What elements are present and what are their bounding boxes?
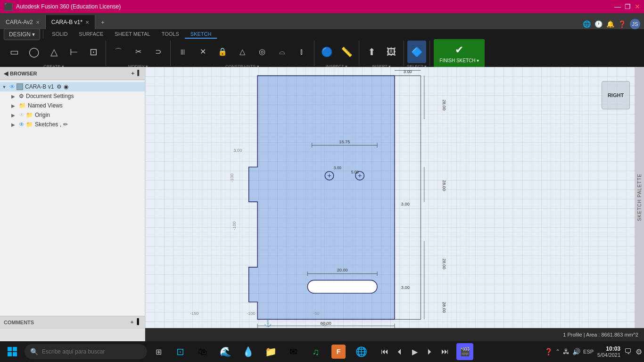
timeline-prev-button[interactable]: ⏴ <box>392 344 407 359</box>
svg-text:3.00: 3.00 <box>404 69 412 74</box>
tree-expand-icon: ▶ <box>11 103 17 108</box>
tree-expand-icon: ▼ <box>2 84 8 90</box>
network-icon: 🖧 <box>563 348 570 355</box>
measure-tool-button[interactable]: 🔵 <box>317 41 336 63</box>
tree-settings-icon: ⚙ <box>19 93 24 99</box>
insert-dxf-button[interactable]: 🖼 <box>382 41 401 63</box>
tree-item-eye-icon[interactable]: ◉ <box>64 83 68 90</box>
tree-folder-icon: 📁 <box>26 121 33 128</box>
triangle-tool-button[interactable]: △ <box>44 41 63 63</box>
tab-cara-bv1[interactable]: CARA-B v1* ✕ <box>46 15 95 29</box>
fillet-tool-button[interactable]: ⌒ <box>109 41 128 63</box>
date-display: 5/04/2021 <box>597 352 620 358</box>
clock-icon: 🕐 <box>594 20 603 28</box>
bottom-bar: 1 Profile | Area : 8661.863 mm^2 <box>0 328 644 341</box>
comments-menu-icon[interactable]: ▌ <box>137 318 141 326</box>
tree-expand-icon: ▶ <box>11 113 17 118</box>
tab-sketch[interactable]: SKETCH <box>185 30 217 39</box>
trim-tool-button[interactable]: ✂ <box>129 41 148 63</box>
insert-image-button[interactable]: ⬆ <box>362 41 381 63</box>
rectangle-tool-button[interactable]: ▭ <box>5 41 24 63</box>
finish-sketch-button[interactable]: ✔ FINISH SKETCH ▾ <box>434 39 485 67</box>
taskbar-app-mail[interactable]: ✉ <box>283 341 304 362</box>
tree-item-document-settings[interactable]: ▶ ⚙ Document Settings <box>8 91 145 101</box>
maximize-button[interactable]: ❐ <box>625 3 631 10</box>
clock[interactable]: 10:03 5/04/2021 <box>597 346 620 358</box>
insert-image-icon: ⬆ <box>368 47 376 57</box>
timeline-next-button[interactable]: ⏵ <box>422 344 438 359</box>
timeline-start-button[interactable]: ⏮ <box>377 344 392 359</box>
taskbar-right: ❓ ⌃ 🖧 🔊 ESP 10:03 5/04/2021 🗨 ⚙ <box>545 346 642 358</box>
settings-icon[interactable]: ⚙ <box>636 347 642 356</box>
sketch-palette-panel[interactable]: SKETCH PALETTE <box>635 67 644 328</box>
tree-item-named-views[interactable]: ▶ 📁 Named Views <box>8 101 145 110</box>
perpendicular-constraint-button[interactable]: ✕ <box>193 41 212 63</box>
canvas-area[interactable]: -150 -100 -50 3.00 28.00 15.75 <box>145 67 644 328</box>
timeline-play-button[interactable]: ▶ <box>407 344 422 359</box>
task-view-button[interactable]: ⊞ <box>149 342 168 361</box>
close-button[interactable]: ✕ <box>635 3 640 10</box>
comments-add-icon[interactable]: ＋ <box>129 318 135 326</box>
taskbar-app-chrome[interactable]: 🌐 <box>351 341 372 362</box>
svg-text:-50: -50 <box>321 322 327 327</box>
circle-tool-button[interactable]: ◯ <box>25 41 43 63</box>
select-tool-button[interactable]: 🔷 <box>407 41 426 63</box>
minimize-button[interactable]: — <box>614 3 621 10</box>
line-tool-button[interactable]: ⊢ <box>64 41 83 63</box>
tab-cara-av2[interactable]: CARA-Av2 ✕ <box>0 15 46 29</box>
view-cube[interactable]: RIGHT <box>602 81 630 109</box>
design-label: DESIGN ▾ <box>9 31 35 38</box>
app-title: Autodesk Fusion 360 (Education License) <box>16 3 121 10</box>
browser-menu-icon[interactable]: ▌ <box>137 70 141 77</box>
offset-tool-button[interactable]: ⊃ <box>149 41 167 63</box>
symmetry-constraint-button[interactable]: ⫿ <box>292 41 311 63</box>
lock-constraint-button[interactable]: 🔒 <box>213 41 232 63</box>
taskbar-app-store[interactable]: 🛍 <box>192 341 213 362</box>
parallel-constraint-button[interactable]: ⫼ <box>173 41 192 63</box>
tree-item-origin[interactable]: ▶ 👁 📁 Origin <box>8 110 145 120</box>
new-tab-button[interactable]: ＋ <box>95 15 110 29</box>
tree-visibility-icon[interactable]: 👁 <box>19 112 25 118</box>
ruler-tool-button[interactable]: 📏 <box>337 41 356 63</box>
tab-sheet-metal[interactable]: SHEET METAL <box>109 30 156 39</box>
taskbar-app-edge[interactable]: 🌊 <box>215 341 236 362</box>
arrow-up-icon[interactable]: ⌃ <box>555 348 560 355</box>
browser-back-icon[interactable]: ◀ <box>4 70 8 77</box>
tab-tools[interactable]: TOOLS <box>156 30 185 39</box>
tree-item-sketches[interactable]: ▶ 👁 📁 Sketches , ✏ <box>8 120 145 129</box>
timeline-end-button[interactable]: ⏭ <box>438 344 453 359</box>
timeline-thumbnail[interactable]: 🎬 <box>456 343 473 360</box>
tab-close-icon[interactable]: ✕ <box>85 20 89 25</box>
taskbar-app-dropbox[interactable]: 💧 <box>238 341 258 362</box>
tab-surface[interactable]: SURFACE <box>73 30 109 39</box>
concentric-constraint-button[interactable]: ◎ <box>253 41 272 63</box>
tree-visibility-icon[interactable]: 👁 <box>9 83 15 90</box>
browser-add-icon[interactable]: ＋ <box>130 70 135 77</box>
volume-icon[interactable]: 🔊 <box>572 348 580 355</box>
online-icon: 🌐 <box>583 20 591 28</box>
tangent-icon: ⌓ <box>279 48 285 56</box>
tree-item-root[interactable]: ▼ 👁 CARA-B v1 ⚙ ◉ <box>0 82 145 91</box>
windows-start-button[interactable] <box>2 341 23 362</box>
taskbar-app-spotify[interactable]: ♫ <box>305 341 326 362</box>
search-bar[interactable]: 🔍 <box>25 344 147 359</box>
tree-item-settings-icon[interactable]: ⚙ <box>57 83 62 90</box>
taskbar-left: 🔍 ⊞ ⊡ 🛍 🌊 💧 📁 ✉ ♫ F 🌐 <box>2 341 475 362</box>
taskbar-app-files[interactable]: ⊡ <box>170 341 190 362</box>
window-controls[interactable]: — ❐ ✕ <box>614 3 640 10</box>
taskbar-app-explorer[interactable]: 📁 <box>260 341 281 362</box>
taskbar-app-fusion[interactable]: F <box>328 341 349 362</box>
tab-close-icon[interactable]: ✕ <box>36 20 40 25</box>
point-tool-button[interactable]: ⊡ <box>84 41 103 63</box>
equal-constraint-button[interactable]: △ <box>233 41 252 63</box>
design-dropdown-button[interactable]: DESIGN ▾ <box>4 29 40 40</box>
help-tray-icon[interactable]: ❓ <box>545 348 553 355</box>
svg-rect-47 <box>13 347 17 351</box>
tree-visibility-icon[interactable]: 👁 <box>19 121 25 128</box>
help-icon[interactable]: ❓ <box>618 20 626 28</box>
tab-solid[interactable]: SOLID <box>46 30 73 39</box>
tree-folder-icon: 📁 <box>26 112 33 118</box>
search-input[interactable] <box>42 348 141 355</box>
notification-icon[interactable]: 🗨 <box>624 347 632 356</box>
tangent-constraint-button[interactable]: ⌓ <box>272 41 291 63</box>
